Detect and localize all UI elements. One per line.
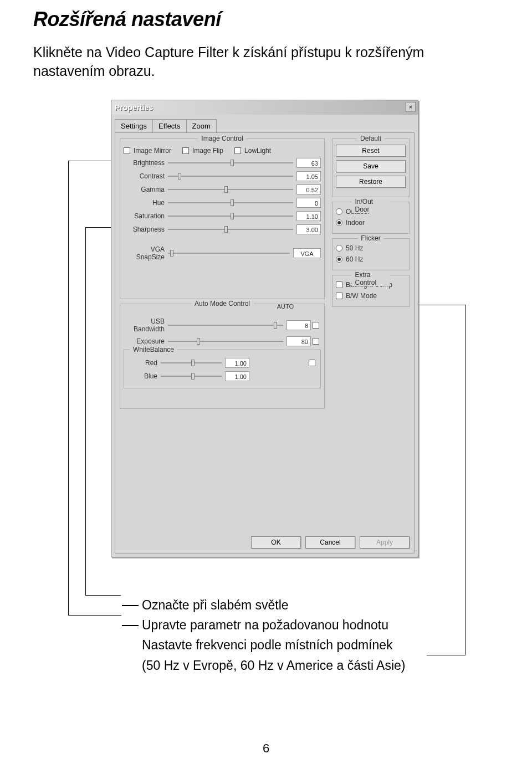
label-indoor: Indoor xyxy=(346,219,365,227)
slider-sharpness[interactable] xyxy=(168,224,293,234)
tab-panel: Image Control Image Mirror Image Flip Lo… xyxy=(115,132,415,553)
apply-button[interactable]: Apply xyxy=(360,536,410,548)
tab-settings[interactable]: Settings xyxy=(115,119,153,132)
label-blue: Blue xyxy=(127,372,161,380)
callout-connector xyxy=(85,595,121,596)
checkbox-lowlight[interactable] xyxy=(234,147,241,154)
radio-60hz[interactable] xyxy=(336,256,342,263)
label-sharpness: Sharpness xyxy=(124,225,168,233)
annotation-3: Nastavte frekvenci podle místních podmín… xyxy=(142,636,393,654)
slider-blue[interactable] xyxy=(161,371,222,381)
label-vga-snapsize: VGA SnapSize xyxy=(124,245,168,261)
group-flicker: Flicker 50 Hz 60 Hz xyxy=(332,238,410,270)
label-brightness: Brightness xyxy=(124,159,168,167)
group-title-default: Default xyxy=(357,135,385,142)
value-usb-bandwidth[interactable]: 8 xyxy=(287,320,311,330)
checkbox-backlight-comp[interactable] xyxy=(336,281,342,288)
checkbox-image-flip[interactable] xyxy=(182,147,189,154)
label-usb-bandwidth: USB Bandwidth xyxy=(124,317,168,333)
checkbox-auto-exposure[interactable] xyxy=(313,338,319,345)
value-brightness[interactable]: 63 xyxy=(296,158,321,168)
tab-zoom[interactable]: Zoom xyxy=(186,119,217,132)
group-title-auto-mode: Auto Mode Control xyxy=(191,300,253,307)
slider-saturation[interactable] xyxy=(168,211,293,221)
label-auto-header: AUTO xyxy=(277,303,294,310)
radio-50hz[interactable] xyxy=(336,245,342,252)
annotation-4: (50 Hz v Evropě, 60 Hz v Americe a části… xyxy=(142,657,406,674)
slider-exposure[interactable] xyxy=(168,336,283,346)
group-title-white-balance: WhiteBalance xyxy=(130,346,177,353)
label-exposure: Exposure xyxy=(124,337,168,345)
slider-brightness[interactable] xyxy=(168,158,293,168)
callout-connector xyxy=(427,655,466,655)
group-title-image-control: Image Control xyxy=(198,135,246,142)
cancel-button[interactable]: Cancel xyxy=(305,536,355,548)
group-auto-mode: Auto Mode Control AUTO USB Bandwidth 8 E… xyxy=(120,304,325,409)
slider-vga-snapsize[interactable] xyxy=(168,248,290,258)
callout-connector xyxy=(466,305,466,655)
checkbox-auto-usb[interactable] xyxy=(313,322,319,329)
annotation-1: Označte při slabém světle xyxy=(142,596,289,614)
radio-outdoor[interactable] xyxy=(336,208,342,215)
slider-gamma[interactable] xyxy=(168,184,293,194)
value-exposure[interactable]: 80 xyxy=(287,336,311,346)
page-number: 6 xyxy=(0,741,532,756)
label-gamma: Gamma xyxy=(124,186,168,193)
label-red: Red xyxy=(127,359,161,367)
ok-button[interactable]: OK xyxy=(251,536,301,548)
titlebar[interactable]: Properties × xyxy=(111,100,418,115)
tab-row: Settings Effects Zoom xyxy=(115,119,415,132)
label-image-flip: Image Flip xyxy=(192,147,223,155)
label-lowlight: LowLight xyxy=(244,147,271,155)
annotation-tick-icon xyxy=(122,625,139,626)
checkbox-bw-mode[interactable] xyxy=(336,293,342,299)
checkbox-image-mirror[interactable] xyxy=(124,147,130,154)
checkbox-auto-wb[interactable] xyxy=(309,360,315,366)
intro-paragraph: Klikněte na Video Capture Filter k získá… xyxy=(33,43,499,81)
label-contrast: Contrast xyxy=(124,172,168,180)
label-image-mirror: Image Mirror xyxy=(134,147,171,155)
group-inout-door: In/Out Door Outdoor Indoor xyxy=(332,202,410,234)
reset-button[interactable]: Reset xyxy=(336,145,406,157)
label-60hz: 60 Hz xyxy=(346,255,363,263)
value-saturation[interactable]: 1.10 xyxy=(296,211,321,221)
group-title-extra: Extra Control xyxy=(352,271,390,286)
close-icon[interactable]: × xyxy=(406,102,416,112)
restore-button[interactable]: Restore xyxy=(336,176,406,188)
group-white-balance: WhiteBalance Red 1.00 Blue 1.00 xyxy=(124,350,321,388)
label-hue: Hue xyxy=(124,199,168,207)
dialog-buttons-row: OK Cancel Apply xyxy=(251,536,410,548)
slider-contrast[interactable] xyxy=(168,171,293,181)
value-contrast[interactable]: 1.05 xyxy=(296,171,321,181)
slider-hue[interactable] xyxy=(168,198,293,208)
group-title-flicker: Flicker xyxy=(357,234,383,242)
value-vga-snapsize[interactable]: VGA xyxy=(293,248,321,258)
label-50hz: 50 Hz xyxy=(346,244,363,252)
value-red[interactable]: 1.00 xyxy=(225,358,249,368)
properties-dialog: Properties × Settings Effects Zoom Image… xyxy=(111,100,418,557)
radio-indoor[interactable] xyxy=(336,219,342,226)
save-button[interactable]: Save xyxy=(336,160,406,172)
page-title: Rozšířená nastavení xyxy=(33,8,221,31)
group-title-inout: In/Out Door xyxy=(352,198,390,213)
group-extra-control: Extra Control Backlight Comp B/W Mode xyxy=(332,275,410,307)
callout-connector xyxy=(85,227,86,595)
group-default: Default Reset Save Restore xyxy=(332,139,410,197)
value-gamma[interactable]: 0.52 xyxy=(296,184,321,194)
callout-connector xyxy=(68,615,121,616)
value-hue[interactable]: 0 xyxy=(296,198,321,208)
label-bw-mode: B/W Mode xyxy=(346,292,377,300)
value-sharpness[interactable]: 3.00 xyxy=(296,224,321,234)
label-saturation: Saturation xyxy=(124,212,168,220)
annotations-block: Označte při slabém světle Upravte parame… xyxy=(122,596,406,676)
tab-effects[interactable]: Effects xyxy=(152,119,187,132)
value-blue[interactable]: 1.00 xyxy=(225,371,249,381)
annotation-tick-icon xyxy=(122,605,139,606)
titlebar-title: Properties xyxy=(115,103,153,112)
group-image-control: Image Control Image Mirror Image Flip Lo… xyxy=(120,139,325,299)
callout-connector xyxy=(68,161,69,615)
annotation-2: Upravte parametr na požadovanou hodnotu xyxy=(142,616,388,634)
slider-usb-bandwidth[interactable] xyxy=(168,320,283,330)
slider-red[interactable] xyxy=(161,358,222,368)
